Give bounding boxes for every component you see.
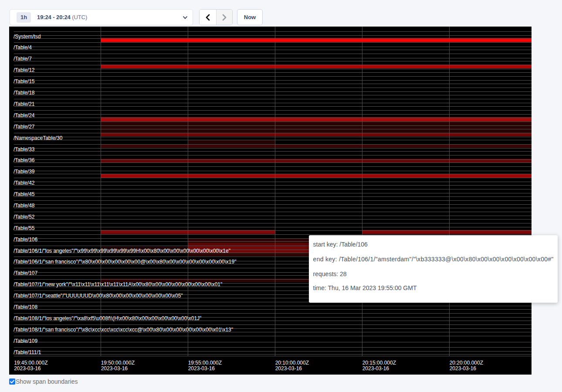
svg-text:/Table/45: /Table/45 bbox=[14, 191, 35, 197]
svg-text:19:50:00.000Z: 19:50:00.000Z bbox=[101, 359, 134, 365]
svg-text:/Table/18: /Table/18 bbox=[14, 90, 35, 96]
svg-text:/Table/21: /Table/21 bbox=[14, 101, 35, 107]
svg-text:2023-03-16: 2023-03-16 bbox=[362, 365, 389, 372]
svg-text:/Table/12: /Table/12 bbox=[14, 67, 35, 73]
svg-text:2023-03-16: 2023-03-16 bbox=[449, 365, 476, 372]
svg-text:/Table/52: /Table/52 bbox=[14, 213, 35, 220]
svg-text:/Table/108/1/"san francisco"/": /Table/108/1/"san francisco"/"\x8c\xcc\x… bbox=[14, 326, 233, 332]
svg-text:20:15:00.000Z: 20:15:00.000Z bbox=[362, 359, 396, 365]
svg-text:/NamespaceTable/30: /NamespaceTable/30 bbox=[14, 135, 63, 141]
svg-text:/Table/111/1: /Table/111/1 bbox=[14, 349, 41, 355]
svg-text:/Table/106/1/"san francisco"/": /Table/106/1/"san francisco"/"\x80\x00\x… bbox=[14, 259, 237, 265]
svg-text:/System/tsd: /System/tsd bbox=[14, 33, 41, 39]
svg-text:/Table/108: /Table/108 bbox=[14, 304, 38, 310]
svg-text:/Table/107/1/"new york"/"\x11\: /Table/107/1/"new york"/"\x11\x11\x11\x1… bbox=[14, 281, 222, 287]
svg-text:/Table/107: /Table/107 bbox=[14, 270, 38, 276]
svg-text:/Table/24: /Table/24 bbox=[14, 112, 35, 118]
svg-text:/Table/39: /Table/39 bbox=[14, 169, 35, 175]
svg-text:/Table/106/1/"los angeles"/"\x: /Table/106/1/"los angeles"/"\x99\x99\x99… bbox=[14, 247, 230, 253]
svg-text:2023-03-16: 2023-03-16 bbox=[14, 365, 41, 372]
svg-text:/Table/4: /Table/4 bbox=[14, 44, 32, 51]
svg-text:/Table/7: /Table/7 bbox=[14, 56, 32, 62]
svg-text:/Table/109: /Table/109 bbox=[14, 338, 38, 344]
svg-text:/Table/36: /Table/36 bbox=[14, 157, 35, 163]
svg-text:/Table/27: /Table/27 bbox=[14, 123, 35, 129]
svg-text:19:55:00.000Z: 19:55:00.000Z bbox=[188, 359, 221, 365]
svg-text:/Table/42: /Table/42 bbox=[14, 180, 35, 186]
svg-text:19:45:00.000Z: 19:45:00.000Z bbox=[14, 359, 47, 365]
svg-text:20:10:00.000Z: 20:10:00.000Z bbox=[275, 359, 308, 365]
svg-text:2023-03-16: 2023-03-16 bbox=[101, 365, 128, 372]
svg-text:/Table/107/1/"seattle"/"UUUUUU: /Table/107/1/"seattle"/"UUUUUUD\x00\x80\… bbox=[14, 293, 183, 299]
svg-text:2023-03-16: 2023-03-16 bbox=[275, 365, 302, 372]
svg-text:/Table/106: /Table/106 bbox=[14, 236, 38, 242]
svg-text:/Table/48: /Table/48 bbox=[14, 202, 35, 208]
svg-text:/Table/15: /Table/15 bbox=[14, 78, 35, 84]
svg-text:/Table/55: /Table/55 bbox=[14, 225, 35, 231]
svg-text:/Table/108/1/"los angeles"/"\x: /Table/108/1/"los angeles"/"\xa8\xf5\u00… bbox=[14, 315, 201, 321]
svg-text:2023-03-16: 2023-03-16 bbox=[188, 365, 215, 372]
svg-text:/Table/33: /Table/33 bbox=[14, 146, 35, 152]
svg-text:20:20:00.000Z: 20:20:00.000Z bbox=[449, 359, 483, 365]
